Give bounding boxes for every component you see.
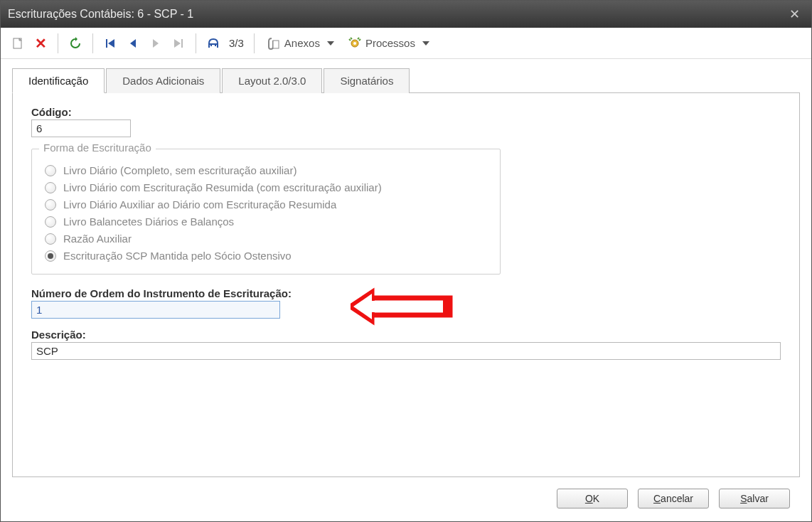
svg-rect-1 (106, 39, 107, 48)
tabs-row: Identificação Dados Adicionais Layout 2.… (12, 68, 800, 93)
forma-escrituracao-fieldset: Forma de Escrituração Livro Diário (Comp… (31, 149, 501, 275)
numero-ordem-group: Número de Ordem do Instrumento de Escrit… (31, 287, 781, 319)
svg-point-8 (353, 42, 356, 45)
radio-razao-auxiliar[interactable]: Razão Auxiliar (45, 233, 487, 245)
prev-record-icon[interactable] (123, 33, 143, 53)
radio-livro-balancetes[interactable]: Livro Balancetes Diários e Balanços (45, 215, 487, 228)
tab-panel: Código: Forma de Escrituração Livro Diár… (12, 93, 800, 477)
fieldset-legend: Forma de Escrituração (39, 142, 156, 154)
radio-icon (45, 233, 56, 245)
tab-signatarios[interactable]: Signatários (324, 68, 410, 93)
chevron-down-icon (422, 41, 429, 46)
last-record-icon[interactable] (169, 33, 188, 53)
descricao-label: Descrição: (31, 329, 781, 341)
numero-ordem-field[interactable] (31, 301, 280, 319)
salvar-button[interactable]: SalvarSalvar (719, 489, 790, 508)
processos-label: Processos (365, 37, 415, 49)
tab-layout[interactable]: Layout 2.0/3.0 (222, 68, 322, 93)
radio-label: Livro Diário Auxiliar ao Diário com Escr… (63, 198, 336, 211)
separator (196, 33, 196, 53)
window: Escriturações Contábeis: 6 - SCP - 1 ✕ ✕… (0, 0, 812, 522)
delete-icon[interactable]: ✕ (31, 33, 50, 53)
radio-label: Livro Balancetes Diários e Balanços (63, 215, 234, 228)
anexos-dropdown[interactable]: Anexos (262, 33, 340, 53)
radio-livro-diario-auxiliar[interactable]: Livro Diário Auxiliar ao Diário com Escr… (45, 198, 487, 211)
codigo-label: Código: (31, 106, 781, 118)
radio-livro-diario-completo[interactable]: Livro Diário (Completo, sem escrituração… (45, 164, 487, 176)
radio-livro-diario-resumida[interactable]: Livro Diário com Escrituração Resumida (… (45, 181, 487, 193)
toolbar: ✕ 3/3 Anexos Processos (1, 28, 811, 59)
separator (58, 33, 58, 53)
titlebar: Escriturações Contábeis: 6 - SCP - 1 ✕ (1, 1, 811, 28)
chevron-down-icon (327, 41, 334, 46)
separator (254, 33, 255, 53)
radio-label: Razão Auxiliar (63, 233, 132, 245)
tab-dados-adicionais[interactable]: Dados Adicionais (106, 68, 220, 93)
cancelar-button[interactable]: CancelarCancelar (638, 489, 709, 508)
radio-icon (45, 182, 56, 193)
gear-icon (348, 37, 361, 50)
close-icon[interactable]: ✕ (785, 6, 804, 22)
processos-dropdown[interactable]: Processos (343, 33, 435, 53)
next-record-icon[interactable] (146, 33, 166, 53)
dialog-buttons: OOKK CancelarCancelar SalvarSalvar (1, 486, 811, 521)
svg-rect-2 (181, 39, 183, 48)
radio-icon (45, 165, 56, 176)
radio-icon (45, 216, 56, 228)
search-icon[interactable] (203, 33, 223, 53)
new-document-icon[interactable] (8, 33, 28, 53)
refresh-icon[interactable] (65, 33, 85, 53)
numero-ordem-label: Número de Ordem do Instrumento de Escrit… (31, 287, 781, 299)
radio-escrituracao-scp[interactable]: Escrituração SCP Mantida pelo Sócio Oste… (45, 250, 487, 262)
attachment-icon (267, 37, 280, 50)
first-record-icon[interactable] (100, 33, 120, 53)
anexos-label: Anexos (284, 37, 320, 49)
tab-identificacao[interactable]: Identificação (12, 68, 105, 93)
radio-icon (45, 199, 56, 211)
ok-button[interactable]: OOKK (557, 489, 628, 508)
descricao-group: Descrição: (31, 329, 781, 360)
radio-label: Livro Diário (Completo, sem escrituração… (63, 164, 297, 176)
svg-rect-6 (273, 41, 279, 48)
descricao-field[interactable] (31, 342, 781, 360)
radio-icon (45, 250, 56, 262)
codigo-field[interactable] (31, 119, 131, 137)
radio-label: Livro Diário com Escrituração Resumida (… (63, 181, 382, 193)
radio-label: Escrituração SCP Mantida pelo Sócio Oste… (63, 250, 292, 262)
window-title: Escriturações Contábeis: 6 - SCP - 1 (8, 8, 785, 21)
separator (92, 33, 93, 53)
record-counter: 3/3 (229, 37, 244, 49)
